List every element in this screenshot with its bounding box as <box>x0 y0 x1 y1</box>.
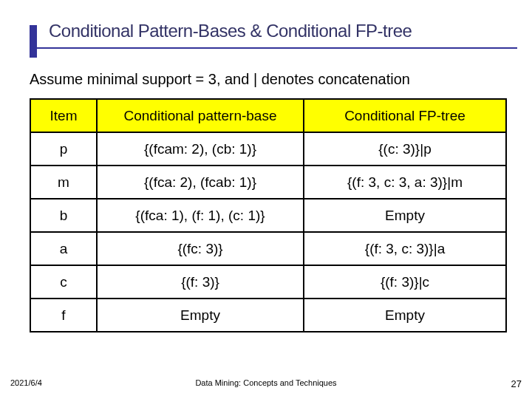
table-row: b {(fca: 1), (f: 1), (c: 1)} Empty <box>30 199 506 232</box>
cell-item: b <box>30 199 97 232</box>
table-header-row: Item Conditional pattern-base Conditiona… <box>30 99 506 132</box>
cell-base: {(fca: 2), (fcab: 1)} <box>97 166 304 199</box>
cell-item: p <box>30 132 97 166</box>
slide-footer: 2021/6/4 Data Mining: Concepts and Techn… <box>0 378 532 392</box>
cell-tree: Empty <box>304 299 506 332</box>
cell-tree: {(f: 3, c: 3)}|a <box>304 232 506 265</box>
cell-item: m <box>30 166 97 199</box>
cell-tree: {(f: 3, c: 3, a: 3)}|m <box>304 166 506 199</box>
cell-base: {(fcam: 2), (cb: 1)} <box>97 132 304 166</box>
cell-base: Empty <box>97 299 304 332</box>
cell-item: a <box>30 232 97 265</box>
slide-title-region: Conditional Pattern-Bases & Conditional … <box>0 0 532 46</box>
fp-tree-table: Item Conditional pattern-base Conditiona… <box>30 98 507 332</box>
table-row: m {(fca: 2), (fcab: 1)} {(f: 3, c: 3, a:… <box>30 166 506 199</box>
footer-source: Data Mining: Concepts and Techniques <box>0 378 532 387</box>
cell-tree: {(c: 3)}|p <box>304 132 506 166</box>
slide-title: Conditional Pattern-Bases & Conditional … <box>35 21 532 41</box>
col-header-base: Conditional pattern-base <box>97 99 304 132</box>
table-row: f Empty Empty <box>30 299 506 332</box>
cell-tree: Empty <box>304 199 506 232</box>
cell-base: {(f: 3)} <box>97 265 304 299</box>
table-row: a {(fc: 3)} {(f: 3, c: 3)}|a <box>30 232 506 265</box>
slide-subtitle: Assume minimal support = 3, and | denote… <box>30 71 532 88</box>
col-header-item: Item <box>30 99 97 132</box>
cell-tree: {(f: 3)}|c <box>304 265 506 299</box>
table-row: c {(f: 3)} {(f: 3)}|c <box>30 265 506 299</box>
col-header-tree: Conditional FP-tree <box>304 99 506 132</box>
cell-item: c <box>30 265 97 299</box>
cell-item: f <box>30 299 97 332</box>
title-accent-bar <box>30 25 37 58</box>
cell-base: {(fc: 3)} <box>97 232 304 265</box>
title-underline <box>30 47 517 49</box>
footer-page-number: 27 <box>511 378 522 389</box>
cell-base: {(fca: 1), (f: 1), (c: 1)} <box>97 199 304 232</box>
table-row: p {(fcam: 2), (cb: 1)} {(c: 3)}|p <box>30 132 506 166</box>
